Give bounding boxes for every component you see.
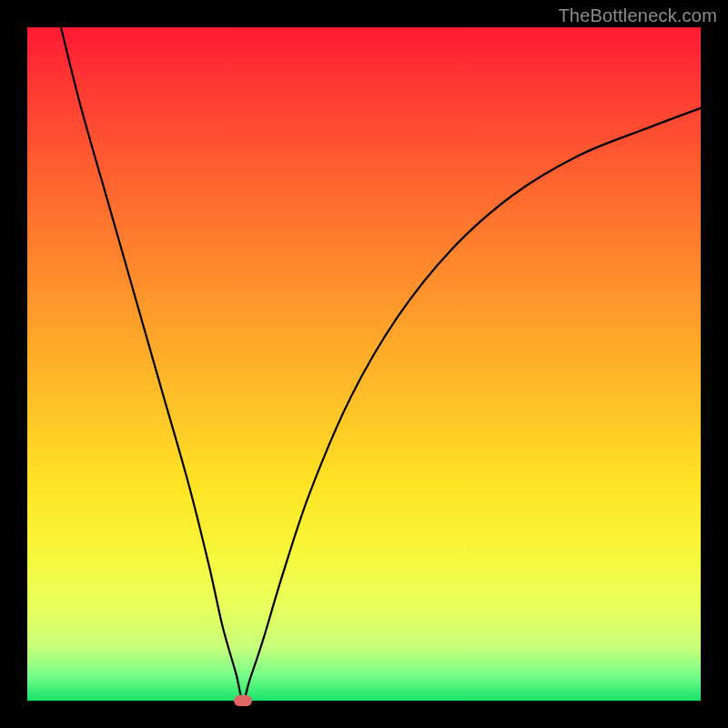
chart-frame: TheBottleneck.com bbox=[0, 0, 728, 728]
curve-svg bbox=[27, 27, 701, 701]
watermark-text: TheBottleneck.com bbox=[558, 5, 717, 26]
min-marker bbox=[234, 695, 252, 706]
plot-area bbox=[27, 27, 701, 701]
bottleneck-curve bbox=[61, 27, 701, 701]
